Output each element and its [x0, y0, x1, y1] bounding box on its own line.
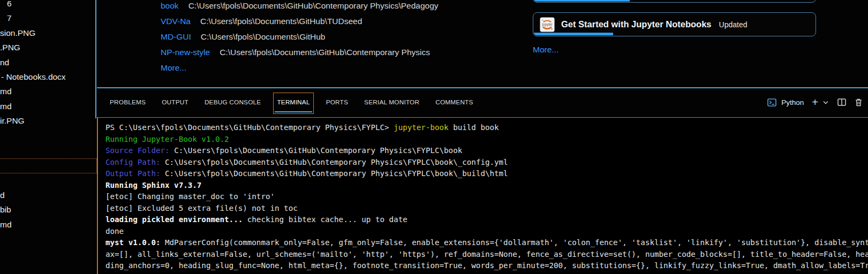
- file-focus-rect: [0, 158, 97, 173]
- terminal-viewport[interactable]: PS C:\Users\fpols\Documents\GitHub\Conte…: [98, 118, 868, 274]
- recent-project-path: C:\Users\fpols\Documents\GitHub\Contempo…: [220, 48, 430, 57]
- svg-text:jupyter: jupyter: [541, 22, 553, 27]
- terminal-line: done: [105, 226, 868, 238]
- walkthroughs-section: jupyter Get Started with Jupyter Noteboo…: [533, 0, 816, 87]
- panel-tab-serial-monitor[interactable]: SERIAL MONITOR: [364, 88, 419, 117]
- terminal-text-segment: ax=[], all_links_external=False, url_sch…: [105, 250, 868, 258]
- panel-tab-output[interactable]: OUTPUT: [162, 88, 188, 117]
- file-list-bottom-group: dbibmd: [0, 188, 95, 232]
- file-list-item[interactable]: md: [0, 84, 95, 98]
- panel-actions: Python +: [767, 88, 862, 117]
- recent-project-path: C:\Users\fpols\Documents\GitHub\Contempo…: [188, 1, 439, 10]
- recent-project-row: VDV-NaC:\Users\fpols\Documents\GitHub\TU…: [161, 13, 439, 29]
- welcome-page: bookC:\Users\fpols\Documents\GitHub\Cont…: [97, 0, 868, 87]
- file-list-item[interactable]: ir.PNG: [0, 113, 95, 128]
- walkthrough-card-partial[interactable]: [533, 0, 816, 3]
- panel-tab-ports[interactable]: PORTS: [326, 88, 348, 117]
- recent-project-link[interactable]: VDV-Na: [161, 17, 191, 26]
- terminal-text-segment: C:\Users\fpols\Documents\GitHub\Contempo…: [165, 158, 508, 166]
- terminal-line: Running Jupyter-Book v1.0.2: [105, 134, 868, 146]
- panel-tab-problems[interactable]: PROBLEMS: [110, 88, 146, 117]
- walkthrough-updated-badge: Updated: [719, 20, 748, 29]
- terminal-text-segment: myst v1.0.0:: [105, 238, 161, 247]
- file-list-item[interactable]: nd: [0, 55, 95, 70]
- file-list-item[interactable]: md: [0, 99, 95, 113]
- vscode-screenshot: 67sion.PNG.PNGnd- Notebooks.docxmdmdir.P…: [0, 0, 868, 274]
- terminal-line: Output Path: C:\Users\fpols\Documents\Gi…: [105, 168, 868, 180]
- terminal-text-segment: jupyter-book: [394, 123, 449, 132]
- terminal-text-segment: Source Folder:: [105, 146, 174, 155]
- recent-more-link[interactable]: More...: [161, 60, 186, 75]
- background-file-list-window: 67sion.PNG.PNGnd- Notebooks.docxmdmdir.P…: [0, 0, 95, 274]
- file-list-top-group: 67sion.PNG.PNGnd- Notebooks.docxmdmdir.P…: [0, 0, 95, 128]
- terminal-text-segment: Running Sphinx v7.3.7: [105, 181, 201, 189]
- file-list-item[interactable]: .PNG: [0, 40, 95, 55]
- panel-tabs: PROBLEMSOUTPUTDEBUG CONSOLETERMINALPORTS…: [110, 88, 473, 117]
- panel-tab-bar: PROBLEMSOUTPUTDEBUG CONSOLETERMINALPORTS…: [97, 88, 868, 117]
- panel-tab-terminal[interactable]: TERMINAL: [277, 88, 310, 117]
- walkthrough-card-jupyter[interactable]: jupyter Get Started with Jupyter Noteboo…: [533, 12, 816, 36]
- panel-tab-comments[interactable]: COMMENTS: [435, 88, 473, 117]
- recent-project-path: C:\Users\fpols\Documents\GitHub\TUDseed: [200, 17, 362, 26]
- recent-project-row: NP-new-styleC:\Users\fpols\Documents\Git…: [161, 44, 439, 60]
- chevron-down-icon[interactable]: [823, 101, 828, 104]
- terminal-text-segment: [etoc] Excluded 5 extra file(s) not in t…: [105, 204, 298, 212]
- terminal-line: Source Folder: C:\Users\fpols\Documents\…: [105, 145, 868, 157]
- walkthrough-progress-bar: [534, 33, 613, 35]
- recent-project-row: bookC:\Users\fpols\Documents\GitHub\Cont…: [161, 0, 439, 13]
- terminal-text-segment: Output Path:: [105, 169, 165, 178]
- trash-icon[interactable]: [855, 98, 862, 106]
- window-edge-divider: [95, 0, 96, 118]
- recent-project-row: MD-GUIC:\Users\fpols\Documents\GitHub: [161, 29, 439, 44]
- file-list-item[interactable]: 7: [0, 11, 95, 25]
- terminal-line: loading pickled environment... checking …: [105, 214, 868, 226]
- terminal-line: myst v1.0.0: MdParserConfig(commonmark_o…: [105, 237, 868, 249]
- terminal-text-segment: PS C:\Users\fpols\Documents\GitHub\Conte…: [105, 123, 394, 132]
- file-list-item[interactable]: bib: [0, 202, 95, 217]
- terminal-line: PS C:\Users\fpols\Documents\GitHub\Conte…: [105, 122, 868, 134]
- panel-tab-debug-console[interactable]: DEBUG CONSOLE: [205, 88, 261, 117]
- walkthrough-progress-bar: [534, 0, 630, 2]
- terminal-text-segment: loading pickled environment...: [105, 215, 243, 224]
- terminal-line: ax=[], all_links_external=False, url_sch…: [105, 249, 868, 261]
- file-list-item[interactable]: md: [0, 217, 95, 232]
- recent-project-link[interactable]: book: [161, 1, 179, 10]
- terminal-line: [etoc] Changing master_doc to 'intro': [105, 191, 868, 203]
- recent-project-link[interactable]: MD-GUI: [161, 32, 191, 41]
- jupyter-logo-icon: jupyter: [540, 17, 555, 32]
- split-terminal-icon[interactable]: [837, 98, 846, 106]
- recent-project-path: C:\Users\fpols\Documents\GitHub: [201, 32, 326, 41]
- terminal-text-segment: MdParserConfig(commonmark_only=False, gf…: [161, 238, 868, 247]
- recent-project-link[interactable]: NP-new-style: [161, 48, 210, 57]
- terminal-line: Config Path: C:\Users\fpols\Documents\Gi…: [105, 157, 868, 169]
- terminal-text-segment: C:\Users\fpols\Documents\GitHub\Contempo…: [174, 146, 462, 155]
- terminal-text-segment: build book: [449, 123, 499, 132]
- walkthrough-title: Get Started with Jupyter Notebooks: [561, 19, 712, 29]
- terminal-text-segment: ding_anchors=0, heading_slug_func=None, …: [105, 261, 868, 270]
- new-terminal-icon[interactable]: +: [812, 97, 818, 108]
- walkthroughs-more-link[interactable]: More...: [533, 45, 558, 55]
- terminal-text-segment: done: [105, 227, 124, 235]
- terminal-text-segment: [etoc] Changing master_doc to 'intro': [105, 192, 275, 201]
- file-list-item[interactable]: - Notebooks.docx: [0, 70, 95, 84]
- terminal-line: [etoc] Excluded 5 extra file(s) not in t…: [105, 203, 868, 215]
- file-list-item[interactable]: sion.PNG: [0, 26, 95, 40]
- recent-projects-list: bookC:\Users\fpols\Documents\GitHub\Cont…: [161, 0, 439, 60]
- terminal-text-segment: Config Path:: [105, 158, 165, 166]
- terminal-text-segment: C:\Users\fpols\Documents\GitHub\Contempo…: [165, 169, 508, 178]
- terminal-icon: [767, 98, 776, 106]
- file-list-item[interactable]: d: [0, 188, 95, 202]
- terminal-line: Running Sphinx v7.3.7: [105, 180, 868, 192]
- terminal-text-segment: checking bibtex cache... up to date: [243, 215, 407, 224]
- file-list-item[interactable]: 6: [0, 0, 95, 11]
- terminal-text-segment: Running Jupyter-Book v1.0.2: [105, 135, 229, 143]
- terminal-line: ding_anchors=0, heading_slug_func=None, …: [105, 260, 868, 272]
- shell-label[interactable]: Python: [781, 98, 804, 106]
